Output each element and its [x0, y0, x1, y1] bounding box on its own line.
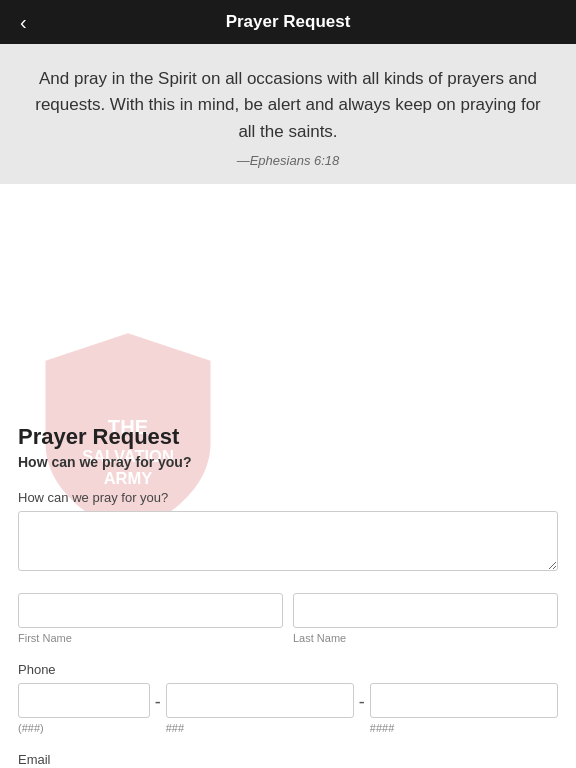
form-container: THE SALVATION ARMY Prayer Request How ca…: [0, 184, 576, 768]
phone-last-col: ####: [370, 683, 558, 734]
phone-last-hint: ####: [370, 722, 558, 734]
quote-attribution: —Ephesians 6:18: [28, 153, 548, 168]
quote-banner: And pray in the Spirit on all occasions …: [0, 44, 576, 184]
phone-mid-input[interactable]: [166, 683, 354, 718]
svg-text:ARMY: ARMY: [104, 469, 153, 487]
phone-mid-hint: ###: [166, 722, 354, 734]
quote-text: And pray in the Spirit on all occasions …: [28, 66, 548, 145]
first-name-col: First Name: [18, 593, 283, 644]
section-title: Prayer Request: [18, 424, 558, 450]
email-label: Email: [18, 752, 558, 767]
prayer-textarea[interactable]: [18, 511, 558, 571]
phone-mid-col: ###: [166, 683, 354, 734]
email-field-group: Email: [18, 752, 558, 768]
prayer-field-group: How can we pray for you?: [18, 490, 558, 575]
prayer-label: How can we pray for you?: [18, 490, 558, 505]
back-button[interactable]: ‹: [12, 7, 35, 38]
phone-label: Phone: [18, 662, 558, 677]
section-subtitle: How can we pray for you?: [18, 454, 558, 470]
phone-field-group: Phone (###) - ### - ####: [18, 662, 558, 734]
name-row: First Name Last Name: [18, 593, 558, 644]
last-name-col: Last Name: [293, 593, 558, 644]
phone-separator-1: -: [150, 685, 166, 713]
first-name-input[interactable]: [18, 593, 283, 628]
last-name-input[interactable]: [293, 593, 558, 628]
phone-row: (###) - ### - ####: [18, 683, 558, 734]
phone-area-col: (###): [18, 683, 150, 734]
first-name-label: First Name: [18, 632, 283, 644]
phone-area-hint: (###): [18, 722, 150, 734]
last-name-label: Last Name: [293, 632, 558, 644]
nav-title: Prayer Request: [226, 12, 351, 32]
name-field-group: First Name Last Name: [18, 593, 558, 644]
nav-bar: ‹ Prayer Request: [0, 0, 576, 44]
phone-last-input[interactable]: [370, 683, 558, 718]
phone-separator-2: -: [354, 685, 370, 713]
phone-area-input[interactable]: [18, 683, 150, 718]
